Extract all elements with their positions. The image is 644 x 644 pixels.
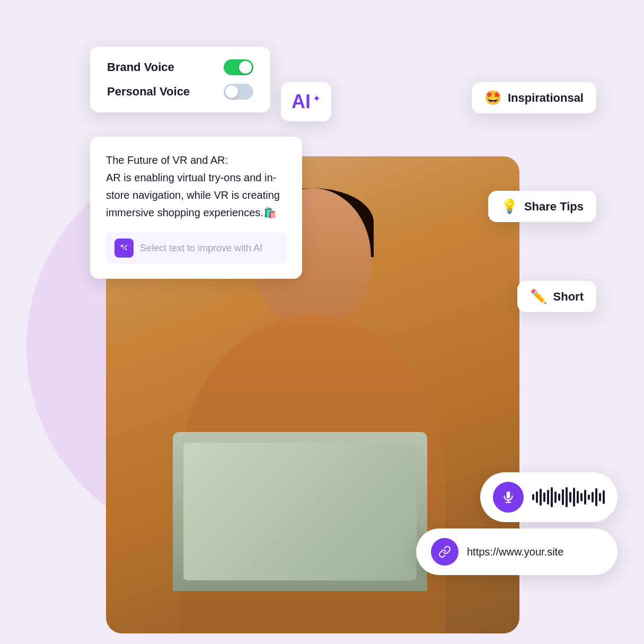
share-tips-emoji: 💡 xyxy=(501,198,518,215)
personal-voice-knob xyxy=(225,85,238,98)
wave-bar-18 xyxy=(595,488,597,506)
brand-voice-row: Brand Voice xyxy=(107,59,253,75)
ai-wand-icon xyxy=(114,239,134,258)
wave-bar-14 xyxy=(580,493,583,501)
mic-button[interactable] xyxy=(493,482,524,513)
brand-voice-knob xyxy=(239,61,252,74)
wave-bar-5 xyxy=(547,490,549,505)
url-text: https://www.your.site xyxy=(467,546,563,558)
content-text: The Future of VR and AR: AR is enabling … xyxy=(106,152,286,222)
share-tips-label: Share Tips xyxy=(524,200,584,214)
wave-bar-9 xyxy=(562,489,564,505)
laptop-screen xyxy=(183,443,417,580)
wave-bar-1 xyxy=(532,494,534,500)
inspirational-card[interactable]: 🤩 Inspirationsal xyxy=(472,82,596,113)
wave-bar-20 xyxy=(603,490,605,504)
wave-bar-16 xyxy=(588,495,590,500)
short-card[interactable]: ✏️ Short xyxy=(517,281,596,312)
voice-wave-card[interactable] xyxy=(480,472,617,522)
wave-bar-10 xyxy=(566,487,568,507)
laptop xyxy=(173,432,427,591)
brand-voice-label: Brand Voice xyxy=(107,60,174,74)
ai-badge[interactable]: AI ✦ xyxy=(281,82,331,121)
short-emoji: ✏️ xyxy=(530,288,547,305)
wave-bar-15 xyxy=(584,490,586,505)
wave-bar-17 xyxy=(592,492,594,502)
main-container: Brand Voice Personal Voice AI ✦ 🤩 Inspir… xyxy=(0,0,644,644)
share-tips-card[interactable]: 💡 Share Tips xyxy=(488,191,596,222)
wave-bar-11 xyxy=(569,492,571,502)
url-card[interactable]: https://www.your.site xyxy=(416,528,617,575)
wave-bar-8 xyxy=(558,493,560,501)
wave-bar-3 xyxy=(540,489,542,506)
svg-rect-1 xyxy=(507,491,510,498)
wave-bar-6 xyxy=(551,487,553,507)
wave-bar-4 xyxy=(543,492,545,502)
ai-text: AI xyxy=(292,91,311,113)
wave-bar-12 xyxy=(573,488,575,507)
wave-bars xyxy=(532,487,605,508)
personal-voice-row: Personal Voice xyxy=(107,84,253,100)
personal-voice-toggle[interactable] xyxy=(224,84,253,100)
inspirational-label: Inspirationsal xyxy=(508,91,584,105)
wave-bar-2 xyxy=(536,491,538,503)
voice-settings-card: Brand Voice Personal Voice xyxy=(90,47,270,112)
wave-bar-13 xyxy=(577,491,579,504)
ai-sparkle-icon: ✦ xyxy=(313,93,321,104)
inspirational-emoji: 🤩 xyxy=(484,90,501,106)
short-label: Short xyxy=(553,290,584,304)
content-card: The Future of VR and AR: AR is enabling … xyxy=(90,137,302,279)
ai-input-row[interactable]: Select text to improve with AI xyxy=(106,232,286,264)
personal-voice-label: Personal Voice xyxy=(107,85,190,99)
ai-input-placeholder: Select text to improve with AI xyxy=(140,243,262,254)
link-icon xyxy=(431,538,458,566)
svg-line-0 xyxy=(123,245,128,249)
wave-bar-7 xyxy=(554,491,557,503)
wave-bar-19 xyxy=(599,493,601,501)
brand-voice-toggle[interactable] xyxy=(224,59,253,75)
